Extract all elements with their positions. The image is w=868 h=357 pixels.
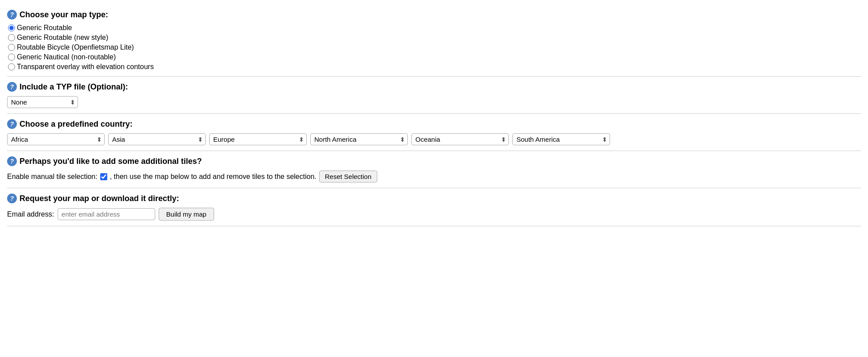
map-type-radio-group: Generic Routable Generic Routable (new s… xyxy=(8,24,861,71)
africa-select[interactable]: Africa xyxy=(7,133,105,145)
manual-tile-checkbox[interactable] xyxy=(100,173,107,180)
request-map-header: ? Request your map or download it direct… xyxy=(7,194,861,203)
country-dropdowns-row: Africa ⬍ Asia ⬍ Europe ⬍ North America ⬍… xyxy=(7,133,861,145)
north-america-select[interactable]: North America xyxy=(310,133,408,145)
tiles-title: Perhaps you'd like to add some additiona… xyxy=(20,157,202,166)
typ-file-select[interactable]: None xyxy=(7,96,78,108)
radio-generic-routable-new[interactable]: Generic Routable (new style) xyxy=(8,34,861,42)
reset-selection-button[interactable]: Reset Selection xyxy=(319,171,377,182)
radio-generic-routable-new-input[interactable] xyxy=(8,34,15,41)
radio-generic-nautical[interactable]: Generic Nautical (non-routable) xyxy=(8,53,861,61)
radio-generic-nautical-input[interactable] xyxy=(8,54,15,61)
radio-transparent-overlay-input[interactable] xyxy=(8,63,15,70)
tiles-help-icon[interactable]: ? xyxy=(7,156,17,166)
typ-file-header: ? Include a TYP file (Optional): xyxy=(7,82,861,92)
map-type-section: ? Choose your map type: Generic Routable… xyxy=(7,4,861,77)
tiles-header: ? Perhaps you'd like to add some additio… xyxy=(7,156,861,166)
map-type-title: Choose your map type: xyxy=(20,10,108,19)
country-help-icon[interactable]: ? xyxy=(7,119,17,129)
map-type-header: ? Choose your map type: xyxy=(7,10,861,19)
typ-file-title: Include a TYP file (Optional): xyxy=(20,82,128,92)
radio-generic-routable-label: Generic Routable xyxy=(17,24,72,32)
radio-generic-nautical-label: Generic Nautical (non-routable) xyxy=(17,53,116,61)
south-america-select-wrapper: South America ⬍ xyxy=(512,133,610,145)
typ-file-section: ? Include a TYP file (Optional): None ⬍ xyxy=(7,77,861,114)
typ-file-help-icon[interactable]: ? xyxy=(7,82,17,92)
enable-manual-tile-label: Enable manual tile selection: xyxy=(7,173,98,181)
email-row: Email address: Build my map xyxy=(7,208,861,221)
oceania-select-wrapper: Oceania ⬍ xyxy=(411,133,509,145)
radio-generic-routable[interactable]: Generic Routable xyxy=(8,24,861,32)
tiles-text-row: Enable manual tile selection: , then use… xyxy=(7,171,861,182)
radio-generic-routable-new-label: Generic Routable (new style) xyxy=(17,34,108,42)
country-section: ? Choose a predefined country: Africa ⬍ … xyxy=(7,114,861,151)
europe-select-wrapper: Europe ⬍ xyxy=(209,133,307,145)
email-label: Email address: xyxy=(7,210,54,218)
request-map-section: ? Request your map or download it direct… xyxy=(7,188,861,226)
asia-select[interactable]: Asia xyxy=(108,133,206,145)
europe-select[interactable]: Europe xyxy=(209,133,307,145)
map-type-help-icon[interactable]: ? xyxy=(7,10,17,19)
africa-select-wrapper: Africa ⬍ xyxy=(7,133,105,145)
radio-generic-routable-input[interactable] xyxy=(8,24,15,31)
email-input[interactable] xyxy=(58,208,155,220)
radio-routable-bicycle-input[interactable] xyxy=(8,44,15,51)
north-america-select-wrapper: North America ⬍ xyxy=(310,133,408,145)
build-map-button[interactable]: Build my map xyxy=(159,208,214,221)
asia-select-wrapper: Asia ⬍ xyxy=(108,133,206,145)
south-america-select[interactable]: South America xyxy=(512,133,610,145)
radio-transparent-overlay[interactable]: Transparent overlay with elevation conto… xyxy=(8,63,861,71)
radio-routable-bicycle[interactable]: Routable Bicycle (Openfietsmap Lite) xyxy=(8,43,861,51)
radio-transparent-overlay-label: Transparent overlay with elevation conto… xyxy=(17,63,154,71)
country-title: Choose a predefined country: xyxy=(20,120,133,129)
tiles-section: ? Perhaps you'd like to add some additio… xyxy=(7,151,861,188)
radio-routable-bicycle-label: Routable Bicycle (Openfietsmap Lite) xyxy=(17,43,134,51)
oceania-select[interactable]: Oceania xyxy=(411,133,509,145)
country-header: ? Choose a predefined country: xyxy=(7,119,861,129)
typ-select-wrapper: None ⬍ xyxy=(7,96,78,108)
tile-description: , then use the map below to add and remo… xyxy=(110,173,317,181)
request-map-title: Request your map or download it directly… xyxy=(20,194,179,203)
request-map-help-icon[interactable]: ? xyxy=(7,194,17,203)
